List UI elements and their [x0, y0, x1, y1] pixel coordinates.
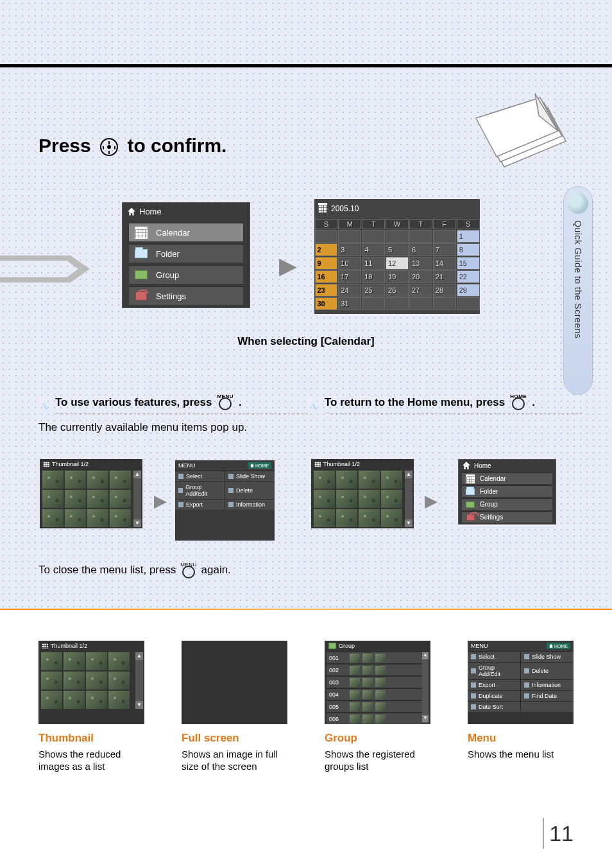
- menu-item[interactable]: Delete: [225, 482, 275, 499]
- thumb-cell[interactable]: [65, 509, 86, 527]
- thumb-cell[interactable]: [110, 490, 131, 508]
- menu-item[interactable]: Export: [175, 499, 225, 510]
- thumb-cell[interactable]: [381, 490, 402, 508]
- cal-day-cell[interactable]: 26: [386, 284, 409, 297]
- thumb-cell[interactable]: [336, 471, 357, 489]
- thumb-cell[interactable]: [42, 471, 64, 489]
- thumb-cell[interactable]: [65, 490, 86, 508]
- cal-day-cell[interactable]: 5: [386, 243, 409, 256]
- thumb-cell[interactable]: [87, 490, 108, 508]
- thumb-cell[interactable]: [64, 691, 85, 709]
- thumb-cell[interactable]: [86, 691, 107, 709]
- menu-item[interactable]: Delete: [521, 663, 574, 679]
- menu-item[interactable]: Slide Show: [225, 471, 275, 482]
- thumb-cell[interactable]: [87, 471, 108, 489]
- cal-day-cell[interactable]: 28: [433, 284, 456, 297]
- cal-day-cell[interactable]: 13: [409, 257, 432, 270]
- menu-item[interactable]: Export: [468, 680, 521, 690]
- home-menu-item-group[interactable]: Group: [129, 265, 243, 284]
- thumb-cell[interactable]: [65, 471, 86, 489]
- thumb-cell[interactable]: [359, 490, 380, 508]
- scroll-down-icon[interactable]: ▼: [405, 519, 412, 527]
- cal-day-cell[interactable]: 4: [362, 243, 385, 256]
- cal-day-cell[interactable]: 11: [362, 257, 385, 270]
- menu-item[interactable]: Information: [521, 680, 574, 690]
- group-row[interactable]: 005: [327, 700, 429, 712]
- home-badge[interactable]: HOME: [248, 462, 271, 469]
- thumb-cell[interactable]: [64, 652, 85, 670]
- cal-day-cell[interactable]: 15: [457, 257, 480, 270]
- cal-day-cell[interactable]: 12: [386, 257, 409, 270]
- group-row[interactable]: 004: [327, 688, 429, 700]
- thumb-cell[interactable]: [381, 509, 402, 527]
- thumb-cell[interactable]: [110, 471, 131, 489]
- thumb-cell[interactable]: [41, 691, 62, 709]
- scroll-down-icon[interactable]: ▼: [422, 715, 429, 722]
- thumb-cell[interactable]: [86, 672, 107, 690]
- cal-day-cell[interactable]: 1: [457, 230, 480, 243]
- thumb-cell[interactable]: [41, 652, 62, 670]
- scrollbar[interactable]: ▲▼: [405, 471, 412, 527]
- scroll-up-icon[interactable]: ▲: [135, 652, 143, 660]
- scrollbar[interactable]: ▲▼: [135, 652, 143, 709]
- menu-item[interactable]: Group Add/Edit: [468, 663, 521, 679]
- cal-day-cell[interactable]: 17: [338, 270, 361, 283]
- thumb-cell[interactable]: [381, 471, 402, 489]
- cal-day-cell[interactable]: 16: [315, 270, 338, 283]
- cal-day-cell[interactable]: 22: [457, 270, 480, 283]
- thumb-cell[interactable]: [314, 490, 335, 508]
- home-badge[interactable]: HOME: [547, 643, 570, 649]
- thumb-cell[interactable]: [42, 509, 64, 527]
- cal-day-cell[interactable]: 24: [338, 284, 361, 297]
- cal-day-cell[interactable]: 25: [362, 284, 385, 297]
- thumb-cell[interactable]: [314, 509, 335, 527]
- menu-item[interactable]: Find Date: [521, 691, 574, 701]
- cal-day-cell[interactable]: 6: [409, 243, 432, 256]
- cal-day-cell[interactable]: 30: [315, 297, 338, 310]
- scroll-down-icon[interactable]: ▼: [133, 519, 141, 527]
- cal-day-cell[interactable]: 2: [315, 243, 338, 256]
- thumb-cell[interactable]: [108, 691, 130, 709]
- cal-day-cell[interactable]: 8: [457, 243, 480, 256]
- cal-day-cell[interactable]: 21: [433, 270, 456, 283]
- cal-day-cell[interactable]: 9: [315, 257, 338, 270]
- cal-day-cell[interactable]: 27: [409, 284, 432, 297]
- menu-item[interactable]: Select: [175, 471, 225, 482]
- cal-day-cell[interactable]: 20: [409, 270, 432, 283]
- thumb-cell[interactable]: [87, 509, 108, 527]
- group-row[interactable]: 002: [327, 664, 429, 675]
- menu-item[interactable]: Date Sort: [468, 702, 521, 712]
- menu-item[interactable]: Select: [468, 652, 521, 662]
- group-row[interactable]: 003: [327, 676, 429, 688]
- menu-item[interactable]: Duplicate: [468, 691, 521, 701]
- thumb-cell[interactable]: [42, 490, 64, 508]
- thumb-cell[interactable]: [110, 509, 131, 527]
- home-menu-item-calendar[interactable]: Calendar: [462, 473, 552, 484]
- thumb-cell[interactable]: [359, 471, 380, 489]
- thumb-cell[interactable]: [108, 652, 130, 670]
- scrollbar[interactable]: ▲▼: [422, 652, 429, 722]
- cal-day-cell[interactable]: 18: [362, 270, 385, 283]
- scroll-up-icon[interactable]: ▲: [405, 471, 412, 478]
- thumb-cell[interactable]: [86, 652, 107, 670]
- thumb-cell[interactable]: [64, 672, 85, 690]
- home-menu-item-folder[interactable]: Folder: [462, 485, 552, 497]
- home-menu-item-settings[interactable]: Settings: [462, 511, 552, 523]
- cal-day-cell[interactable]: 3: [338, 243, 361, 256]
- cal-day-cell[interactable]: 29: [457, 284, 480, 297]
- home-menu-item-group[interactable]: Group: [462, 498, 552, 510]
- group-row[interactable]: 006: [327, 713, 429, 724]
- thumb-cell[interactable]: [108, 672, 130, 690]
- thumb-cell[interactable]: [314, 471, 335, 489]
- scrollbar[interactable]: ▲▼: [133, 471, 141, 527]
- cal-day-cell[interactable]: 31: [338, 297, 361, 310]
- scroll-up-icon[interactable]: ▲: [133, 471, 141, 478]
- menu-item[interactable]: Slide Show: [521, 652, 574, 662]
- home-menu-item-folder[interactable]: Folder: [129, 244, 243, 263]
- cal-day-cell[interactable]: 10: [338, 257, 361, 270]
- home-menu-item-settings[interactable]: Settings: [129, 286, 243, 305]
- menu-item[interactable]: Information: [225, 499, 275, 510]
- thumb-cell[interactable]: [41, 672, 62, 690]
- thumb-cell[interactable]: [336, 509, 357, 527]
- thumb-cell[interactable]: [359, 509, 380, 527]
